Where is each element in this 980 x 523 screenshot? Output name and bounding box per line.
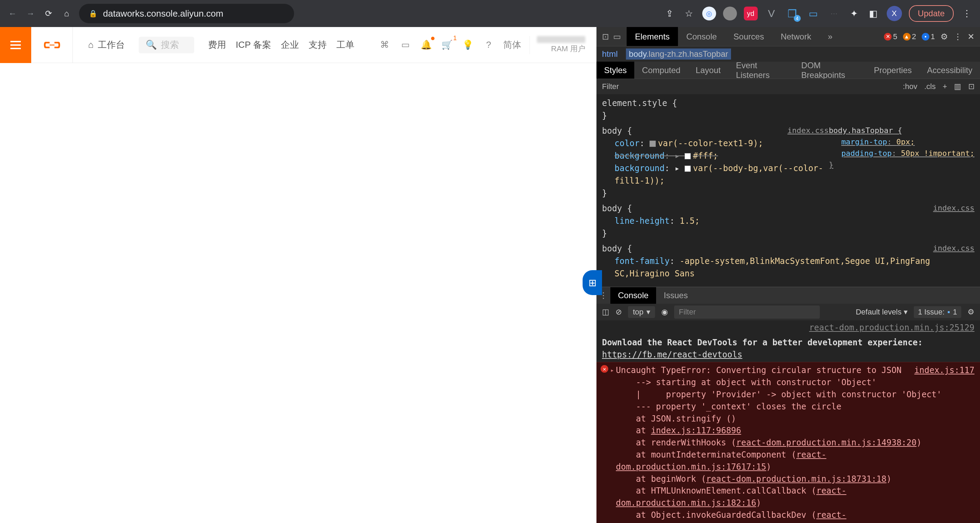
clear-console-icon[interactable]: ⊘: [616, 307, 622, 317]
devtools: ⊡ ▭ Elements Console Sources Network » ✕…: [597, 27, 980, 523]
url-bar[interactable]: 🔒 dataworks.console.aliyun.com: [79, 4, 294, 23]
bookmark-star-icon[interactable]: ☆: [683, 7, 695, 20]
search-icon: 🔍: [146, 40, 157, 50]
kebab-icon[interactable]: ⋮: [954, 32, 962, 41]
ram-user-label: RAM 用户: [551, 44, 585, 54]
screen-icon[interactable]: ▭: [399, 39, 412, 51]
drawer-tab-console[interactable]: Console: [610, 287, 656, 304]
nav-link-3[interactable]: 支持: [309, 39, 327, 51]
cloudshell-icon[interactable]: ⌘: [378, 39, 391, 51]
nav-link-0[interactable]: 费用: [208, 39, 226, 51]
sidebar-toggle-icon[interactable]: ◫: [602, 307, 609, 317]
chevron-down-icon: ▾: [646, 307, 650, 317]
extensions-icon[interactable]: ✦: [848, 7, 861, 20]
drawer-tab-issues[interactable]: Issues: [656, 287, 695, 304]
topbar-middle: ⌂ 工作台 🔍 搜索 费用 ICP 备案 企业 支持 工单: [73, 27, 355, 63]
context-selector[interactable]: top ▾: [628, 306, 655, 318]
ext-icon-yd[interactable]: yd: [744, 6, 758, 21]
lock-icon: 🔒: [89, 10, 97, 17]
tab-sources[interactable]: Sources: [725, 27, 772, 46]
nav-home-icon[interactable]: ⌂: [61, 8, 72, 19]
nav-back-icon[interactable]: ←: [7, 8, 18, 19]
bell-icon[interactable]: 🔔: [420, 39, 433, 51]
ext-icon-v[interactable]: V: [765, 6, 778, 21]
subtab-dombreakpoints[interactable]: DOM Breakpoints: [794, 62, 866, 79]
drawer-tabs: ⋮ Console Issues: [597, 287, 980, 304]
share-icon[interactable]: ⇪: [663, 7, 676, 20]
dom-breadcrumb[interactable]: html body.lang-zh.zh.hasTopbar: [597, 46, 980, 62]
cart-icon[interactable]: 🛒1: [441, 39, 453, 51]
live-expr-icon[interactable]: ◉: [661, 307, 668, 317]
warning-badge[interactable]: ▲2: [903, 32, 916, 41]
ext-icon-cube[interactable]: ❒4: [786, 6, 799, 21]
help-fab[interactable]: ⊞: [582, 270, 602, 295]
console-settings-icon[interactable]: ⚙: [967, 307, 974, 317]
device-icon[interactable]: ▭: [613, 32, 621, 41]
close-icon[interactable]: ✕: [967, 32, 974, 41]
console-body[interactable]: react-dom.production.min.js:25129Downloa…: [597, 320, 980, 523]
styles-pane[interactable]: element.style {}body.hasTopbar {margin-t…: [597, 94, 980, 287]
search-placeholder: 搜索: [161, 39, 179, 51]
nav-link-2[interactable]: 企业: [281, 39, 299, 51]
app-left: ⌂ 工作台 🔍 搜索 费用 ICP 备案 企业 支持 工单 ⌘ ▭ 🔔: [0, 27, 597, 523]
user-block[interactable]: RAM 用户: [530, 36, 588, 54]
nav-forward-icon[interactable]: →: [25, 8, 36, 19]
devtools-tabs: ⊡ ▭ Elements Console Sources Network » ✕…: [597, 27, 980, 46]
subtab-layout[interactable]: Layout: [688, 62, 728, 79]
hamburger-icon: [9, 38, 22, 52]
home-icon: ⌂: [88, 40, 94, 50]
nav-link-1[interactable]: ICP 备案: [236, 39, 271, 51]
subtab-eventlisteners[interactable]: Event Listeners: [728, 62, 794, 79]
issue-count[interactable]: 1 Issue: ▪1: [914, 306, 961, 318]
lang-label[interactable]: 简体: [503, 39, 521, 51]
sidepanel-icon[interactable]: ◧: [867, 7, 880, 20]
bc-body[interactable]: body.lang-zh.zh.hasTopbar: [626, 49, 731, 60]
aliyun-topbar: ⌂ 工作台 🔍 搜索 费用 ICP 备案 企业 支持 工单 ⌘ ▭ 🔔: [0, 27, 597, 63]
console-toolbar: ◫ ⊘ top ▾ ◉ Filter Default levels ▾ 1 Is…: [597, 304, 980, 320]
cls-toggle[interactable]: .cls: [924, 82, 935, 91]
hov-toggle[interactable]: :hov: [903, 82, 918, 91]
more-icon[interactable]: ⊡: [968, 82, 974, 91]
computed-toggle-icon[interactable]: ▥: [954, 82, 961, 91]
workspace-label: 工作台: [98, 39, 125, 51]
tab-elements[interactable]: Elements: [627, 27, 678, 46]
update-button[interactable]: Update: [909, 5, 954, 22]
help-icon[interactable]: ?: [482, 39, 495, 51]
styles-subtabs: Styles Computed Layout Event Listeners D…: [597, 62, 980, 79]
styles-filter[interactable]: Filter: [602, 82, 619, 91]
tab-network[interactable]: Network: [772, 27, 819, 46]
console-filter[interactable]: Filter: [674, 306, 820, 319]
subtab-computed[interactable]: Computed: [634, 62, 688, 79]
main-split: ⌂ 工作台 🔍 搜索 费用 ICP 备案 企业 支持 工单 ⌘ ▭ 🔔: [0, 27, 980, 523]
inspect-icon[interactable]: ⊡: [602, 32, 609, 41]
ext-icon-camera[interactable]: ▭: [806, 6, 820, 21]
ext-icon-1[interactable]: ◎: [702, 6, 716, 21]
bulb-icon[interactable]: 💡: [461, 39, 474, 51]
subtab-properties[interactable]: Properties: [866, 62, 919, 79]
ext-icon-m[interactable]: ⋯: [827, 6, 841, 21]
new-rule-icon[interactable]: +: [943, 82, 947, 91]
error-badge[interactable]: ✕5: [884, 32, 897, 41]
search-input[interactable]: 🔍 搜索: [139, 37, 194, 53]
user-name-blurred: [537, 36, 585, 43]
gear-icon[interactable]: ⚙: [940, 32, 948, 41]
subtab-styles[interactable]: Styles: [597, 62, 634, 79]
url-text: dataworks.console.aliyun.com: [103, 8, 223, 19]
aliyun-logo-icon: [42, 35, 62, 55]
aliyun-logo[interactable]: [31, 27, 73, 63]
kebab-icon[interactable]: ⋮: [961, 7, 973, 20]
subtab-accessibility[interactable]: Accessibility: [919, 62, 980, 79]
profile-avatar[interactable]: X: [887, 6, 902, 21]
workspace-button[interactable]: ⌂ 工作台: [81, 37, 132, 53]
nav-reload-icon[interactable]: ⟳: [43, 8, 54, 19]
cart-badge: 1: [453, 35, 457, 42]
log-levels[interactable]: Default levels ▾: [856, 307, 907, 317]
tab-console[interactable]: Console: [678, 27, 725, 46]
nav-link-4[interactable]: 工单: [336, 39, 355, 51]
tab-more-icon[interactable]: »: [819, 27, 841, 46]
hamburger-button[interactable]: [0, 27, 31, 63]
ext-icon-2[interactable]: [723, 6, 737, 21]
bc-html[interactable]: html: [602, 49, 617, 59]
browser-chrome: ← → ⟳ ⌂ 🔒 dataworks.console.aliyun.com ⇪…: [0, 0, 980, 27]
info-badge[interactable]: ▪1: [922, 32, 935, 41]
